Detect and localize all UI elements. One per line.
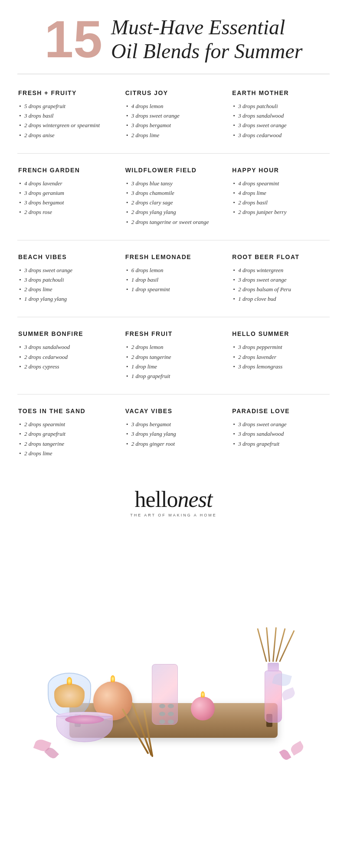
vase-stones — [159, 703, 180, 716]
blend-list-item: 2 drops clary sage — [125, 198, 222, 207]
header-divider — [17, 74, 330, 74]
blend-list-item: 3 drops grapefruit — [232, 439, 329, 449]
blend-title: EARTH MOTHER — [232, 89, 329, 96]
blend-section-1-0: FRENCH GARDEN4 drops lavender3 drops ger… — [13, 160, 120, 233]
blend-list-item: 2 drops lime — [125, 131, 222, 140]
blend-list-item: 3 drops peppermint — [232, 342, 329, 352]
blend-list-item: 3 drops ylang ylang — [125, 429, 222, 439]
blend-section-4-2: PARADISE LOVE3 drops sweet orange3 drops… — [227, 401, 334, 465]
blend-list-item: 5 drops grapefruit — [18, 102, 115, 111]
blend-list: 5 drops grapefruit3 drops basil2 drops w… — [18, 102, 115, 140]
blend-list-item: 2 drops juniper berry — [232, 207, 329, 217]
blend-list-item: 2 drops lemon — [125, 342, 222, 352]
blend-list: 2 drops lemon2 drops tangerine1 drop lim… — [125, 342, 222, 381]
blend-section-0-1: CITRUS JOY4 drops lemon3 drops sweet ora… — [120, 83, 227, 147]
blend-section-2-1: FRESH LEMONADE6 drops lemon1 drop basil1… — [120, 247, 227, 311]
blend-list-item: 4 drops lavender — [18, 179, 115, 188]
blend-list-item: 3 drops bergamot — [125, 121, 222, 130]
blend-row-1: FRENCH GARDEN4 drops lavender3 drops ger… — [0, 156, 347, 238]
blend-list: 3 drops patchouli3 drops sandalwood3 dro… — [232, 102, 329, 140]
blend-list-item: 2 drops anise — [18, 131, 115, 140]
blend-row-2: BEACH VIBES3 drops sweet orange3 drops p… — [0, 243, 347, 315]
flame — [67, 677, 72, 685]
blend-list-item: 2 drops cypress — [18, 362, 115, 372]
row-divider — [17, 240, 330, 240]
blend-section-3-2: HELLO SUMMER3 drops peppermint2 drops la… — [227, 324, 334, 388]
blend-list-item: 6 drops lemon — [125, 266, 222, 275]
page-header: 15 Must-Have Essential Oil Blends for Su… — [0, 0, 347, 74]
blend-list-item: 3 drops lemongrass — [232, 362, 329, 372]
blend-list-item: 3 drops geranium — [18, 188, 115, 198]
blend-list-item: 1 drop grapefruit — [125, 372, 222, 381]
blend-list-item: 2 drops tangerine — [18, 439, 115, 449]
candle-jar-left — [48, 668, 91, 716]
blend-section-0-0: FRESH + FRUITY5 drops grapefruit3 drops … — [13, 83, 120, 147]
blend-list: 3 drops sweet orange3 drops patchouli2 d… — [18, 266, 115, 304]
blends-container: FRESH + FRUITY5 drops grapefruit3 drops … — [0, 79, 347, 469]
blend-section-0-2: EARTH MOTHER3 drops patchouli3 drops san… — [227, 83, 334, 147]
blend-section-3-1: FRESH FRUIT2 drops lemon2 drops tangerin… — [120, 324, 227, 388]
blend-list-item: 3 drops sandalwood — [232, 429, 329, 439]
blend-list-item: 3 drops chamomile — [125, 188, 222, 198]
blend-list-item: 2 drops balsam of Peru — [232, 285, 329, 294]
small-flame — [201, 691, 205, 697]
blend-title: CITRUS JOY — [125, 89, 222, 96]
glass-vase — [147, 651, 182, 725]
header-title: Must-Have Essential Oil Blends for Summe… — [111, 15, 302, 63]
blend-list-item: 4 drops lime — [232, 188, 329, 198]
blend-title: PARADISE LOVE — [232, 408, 329, 414]
blend-title: HELLO SUMMER — [232, 330, 329, 337]
blend-list: 3 drops sweet orange3 drops sandalwood3 … — [232, 420, 329, 449]
blend-list-item: 3 drops sweet orange — [18, 266, 115, 275]
bowl-content — [65, 715, 104, 724]
blend-list-item: 3 drops sweet orange — [232, 121, 329, 130]
vase-body — [152, 664, 178, 725]
blend-section-4-1: VACAY VIBES3 drops bergamot3 drops ylang… — [120, 401, 227, 465]
blend-title: TOES IN THE SAND — [18, 408, 115, 414]
round-flame — [111, 675, 115, 682]
blend-list-item: 3 drops sandalwood — [232, 111, 329, 121]
blend-list: 4 drops spearmint4 drops lime2 drops bas… — [232, 179, 329, 217]
reed-3 — [272, 627, 277, 662]
blend-section-4-0: TOES IN THE SAND2 drops spearmint2 drops… — [13, 401, 120, 465]
blend-title: VACAY VIBES — [125, 408, 222, 414]
blend-list-item: 1 drop basil — [125, 275, 222, 285]
blend-list: 4 drops lavender3 drops geranium3 drops … — [18, 179, 115, 217]
blend-list: 3 drops sandalwood2 drops cedarwood2 dro… — [18, 342, 115, 372]
blend-section-2-0: BEACH VIBES3 drops sweet orange3 drops p… — [13, 247, 120, 311]
blend-list-item: 4 drops wintergreen — [232, 266, 329, 275]
blend-list-item: 2 drops ginger root — [125, 439, 222, 449]
blend-list-item: 4 drops lemon — [125, 102, 222, 111]
blend-title: HAPPY HOUR — [232, 167, 329, 174]
row-divider — [17, 153, 330, 154]
blend-list: 3 drops peppermint2 drops lavender3 drop… — [232, 342, 329, 372]
header-number: 15 — [45, 13, 102, 65]
bowl — [56, 712, 113, 742]
blend-list-item: 1 drop ylang ylang — [18, 294, 115, 304]
blend-list-item: 2 drops wintergreen or spearmint — [18, 121, 115, 130]
blend-list-item: 3 drops bergamot — [125, 420, 222, 429]
blend-title: FRESH FRUIT — [125, 330, 222, 337]
small-candle — [191, 697, 215, 720]
blend-title: FRENCH GARDEN — [18, 167, 115, 174]
blend-row-0: FRESH + FRUITY5 drops grapefruit3 drops … — [0, 79, 347, 151]
blend-list-item: 2 drops cedarwood — [18, 352, 115, 362]
blend-list-item: 3 drops sweet orange — [232, 420, 329, 429]
blend-list-item: 3 drops patchouli — [18, 275, 115, 285]
blend-section-2-2: ROOT BEER FLOAT4 drops wintergreen3 drop… — [227, 247, 334, 311]
blend-list-item: 2 drops ylang ylang — [125, 207, 222, 217]
blend-list: 4 drops lemon3 drops sweet orange3 drops… — [125, 102, 222, 140]
blend-row-3: SUMMER BONFIRE3 drops sandalwood2 drops … — [0, 319, 347, 392]
petal-3 — [289, 741, 305, 756]
blend-title: WILDFLOWER FIELD — [125, 167, 222, 174]
petal-4 — [279, 748, 291, 762]
blend-list-item: 1 drop lime — [125, 362, 222, 372]
blend-title: SUMMER BONFIRE — [18, 330, 115, 337]
blend-list-item: 3 drops basil — [18, 111, 115, 121]
brand-logo: hellonest THE ART OF MAKING A HOME — [130, 487, 217, 517]
bottom-section: hellonest THE ART OF MAKING A HOME — [0, 478, 347, 764]
blend-list-item: 3 drops bergamot — [18, 198, 115, 207]
blend-title: FRESH + FRUITY — [18, 89, 115, 96]
blend-list: 4 drops wintergreen3 drops sweet orange2… — [232, 266, 329, 304]
blend-row-4: TOES IN THE SAND2 drops spearmint2 drops… — [0, 397, 347, 469]
